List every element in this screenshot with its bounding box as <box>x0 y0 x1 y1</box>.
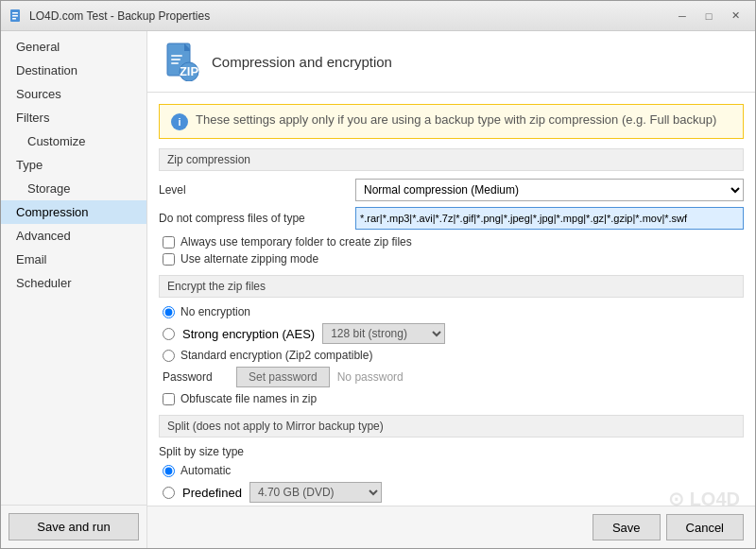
predefined-radio[interactable] <box>163 487 175 499</box>
save-button[interactable]: Save <box>593 514 661 540</box>
predefined-select[interactable]: 1.44 MB (Floppy)650 MB (CD)700 MB (CD)4.… <box>249 482 382 503</box>
titlebar-buttons: ─ □ ✕ <box>670 4 747 28</box>
temp-folder-checkbox[interactable] <box>163 236 175 249</box>
no-enc-row: No encryption <box>163 305 744 318</box>
sidebar-item-type[interactable]: Type <box>1 153 146 177</box>
sidebar-bottom: Save and run <box>1 505 146 548</box>
scrollable-content: i These settings apply only if you are u… <box>147 93 755 506</box>
predefined-label[interactable]: Predefined <box>182 486 242 500</box>
zip-compression-header: Zip compression <box>159 148 744 171</box>
automatic-radio[interactable] <box>163 465 175 477</box>
obfuscate-label[interactable]: Obfuscate file names in zip <box>180 392 317 405</box>
sidebar-item-destination[interactable]: Destination <box>1 59 146 82</box>
size-type-label: Split by size type <box>159 445 348 458</box>
svg-rect-1 <box>12 12 18 14</box>
sidebar-item-customize[interactable]: Customize <box>1 129 146 153</box>
no-compress-label: Do not compress files of type <box>159 212 348 225</box>
svg-rect-8 <box>171 59 180 60</box>
save-run-button[interactable]: Save and run <box>9 513 139 540</box>
obfuscate-checkbox[interactable] <box>163 393 175 405</box>
sidebar-item-general[interactable]: General <box>1 35 146 59</box>
bottom-bar: Save Cancel <box>147 506 755 548</box>
encrypt-section: Encrypt the zip files No encryption Stro… <box>159 275 744 405</box>
std-enc-radio[interactable] <box>163 350 175 362</box>
no-compress-input[interactable] <box>355 207 744 230</box>
sidebar: GeneralDestinationSourcesFiltersCustomiz… <box>1 31 147 548</box>
cancel-button[interactable]: Cancel <box>666 514 744 540</box>
automatic-label[interactable]: Automatic <box>180 464 231 477</box>
content-area: ZIP Compression and encryption i These s… <box>147 31 755 548</box>
info-icon: i <box>171 113 188 130</box>
svg-text:ZIP: ZIP <box>180 64 199 78</box>
svg-rect-9 <box>171 62 179 64</box>
sidebar-item-sources[interactable]: Sources <box>1 82 146 106</box>
predefined-row: Predefined 1.44 MB (Floppy)650 MB (CD)70… <box>163 482 744 503</box>
temp-folder-label[interactable]: Always use temporary folder to create zi… <box>180 235 412 249</box>
split-section: Split (does not apply to Mirror backup t… <box>159 415 744 506</box>
automatic-row: Automatic <box>163 464 744 477</box>
svg-rect-3 <box>12 18 16 20</box>
temp-folder-row: Always use temporary folder to create zi… <box>163 235 744 249</box>
no-compress-row: Do not compress files of type <box>159 207 744 230</box>
level-label: Level <box>159 183 348 197</box>
section-icon: ZIP <box>163 43 200 80</box>
sidebar-item-advanced[interactable]: Advanced <box>1 224 146 248</box>
page-title: Compression and encryption <box>212 54 392 70</box>
level-row: Level No compressionLow compression (Fas… <box>159 179 744 201</box>
password-label: Password <box>163 370 229 384</box>
strong-enc-radio[interactable] <box>163 328 175 340</box>
content-header: ZIP Compression and encryption <box>147 31 755 93</box>
no-enc-label[interactable]: No encryption <box>180 305 250 318</box>
titlebar: LO4D.com Test - Backup Properties ─ □ ✕ <box>1 1 755 31</box>
sidebar-item-filters[interactable]: Filters <box>1 106 146 129</box>
strong-enc-row: Strong encryption (AES) 128 bit (strong)… <box>163 323 744 344</box>
sidebar-item-compression[interactable]: Compression <box>1 200 146 224</box>
strong-enc-label[interactable]: Strong encryption (AES) <box>182 327 315 341</box>
zip-compression-section: Zip compression Level No compressionLow … <box>159 148 744 266</box>
encrypt-header: Encrypt the zip files <box>159 275 744 298</box>
alt-zip-checkbox[interactable] <box>163 253 175 266</box>
split-header: Split (does not apply to Mirror backup t… <box>159 415 744 437</box>
titlebar-title: LO4D.com Test - Backup Properties <box>29 9 670 23</box>
std-enc-row: Standard encryption (Zip2 compatible) <box>163 349 744 362</box>
close-button[interactable]: ✕ <box>723 4 747 28</box>
minimize-button[interactable]: ─ <box>670 4 695 28</box>
sidebar-item-email[interactable]: Email <box>1 248 146 271</box>
main-content: GeneralDestinationSourcesFiltersCustomiz… <box>1 31 755 548</box>
sidebar-item-storage[interactable]: Storage <box>1 177 146 200</box>
main-window: LO4D.com Test - Backup Properties ─ □ ✕ … <box>0 0 756 549</box>
sidebar-item-scheduler[interactable]: Scheduler <box>1 271 146 295</box>
obfuscate-row: Obfuscate file names in zip <box>163 392 744 405</box>
password-row: Password Set password No password <box>163 367 744 387</box>
svg-rect-7 <box>171 55 182 57</box>
svg-rect-2 <box>12 15 18 17</box>
sidebar-items: GeneralDestinationSourcesFiltersCustomiz… <box>1 31 146 505</box>
no-enc-radio[interactable] <box>163 306 175 318</box>
app-icon <box>9 9 24 24</box>
level-select[interactable]: No compressionLow compression (Fast)Norm… <box>355 179 744 201</box>
set-password-button[interactable]: Set password <box>236 367 330 387</box>
strong-enc-select[interactable]: 128 bit (strong)256 bit (strongest) <box>322 323 445 344</box>
info-text: These settings apply only if you are usi… <box>196 112 716 127</box>
maximize-button[interactable]: □ <box>696 4 721 28</box>
size-type-label-row: Split by size type <box>159 445 744 458</box>
no-password-text: No password <box>337 370 404 384</box>
std-enc-label[interactable]: Standard encryption (Zip2 compatible) <box>180 349 372 362</box>
info-banner: i These settings apply only if you are u… <box>159 104 744 139</box>
alt-zip-label[interactable]: Use alternate zipping mode <box>180 252 318 266</box>
alt-zip-row: Use alternate zipping mode <box>163 252 744 266</box>
